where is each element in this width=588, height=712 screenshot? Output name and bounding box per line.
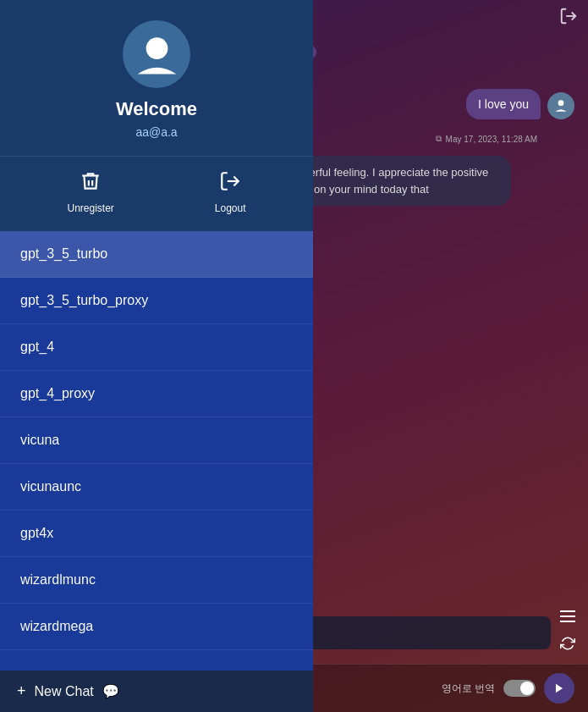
new-chat-overlay-label: New Chat <box>35 684 94 699</box>
model-option-wizardmega[interactable]: wizardmega <box>0 604 313 650</box>
svg-rect-4 <box>560 615 575 617</box>
profile-actions: Unregister Logout <box>0 156 313 231</box>
logout-icon <box>219 170 241 197</box>
profile-name: Welcome <box>116 98 197 120</box>
model-option-gpt4[interactable]: gpt_4 <box>0 324 313 371</box>
svg-marker-6 <box>556 684 563 693</box>
model-option-vicuna[interactable]: vicuna <box>0 417 313 464</box>
model-dropdown: gpt_3_5_turbo gpt_3_5_turbo_proxy gpt_4 … <box>0 231 313 671</box>
unregister-label: Unregister <box>67 202 113 214</box>
refresh-icon-btn[interactable] <box>558 633 578 657</box>
profile-overlay: Welcome aa@a.a Unregister <box>0 0 313 712</box>
profile-card: Welcome aa@a.a <box>0 0 313 156</box>
user-bubble-1: I love you <box>466 89 541 119</box>
new-chat-overlay-bubble-icon: 💬 <box>102 683 119 699</box>
user-avatar-1 <box>547 92 574 119</box>
toggle-knob <box>520 682 534 695</box>
model-option-gpt35turbo-proxy[interactable]: gpt_3_5_turbo_proxy <box>0 278 313 324</box>
svg-point-2 <box>558 100 564 106</box>
translate-toggle[interactable] <box>503 680 536 697</box>
svg-point-7 <box>146 37 168 59</box>
new-chat-overlay-button[interactable]: + New Chat 💬 <box>17 682 119 700</box>
svg-rect-3 <box>560 610 575 612</box>
translate-label: 영어로 번역 <box>442 682 495 696</box>
send-button[interactable] <box>544 673 574 704</box>
input-icon-group <box>558 608 578 657</box>
user-timestamp-1: ⧉ May 17, 2023, 11:28 AM <box>432 134 537 144</box>
unregister-icon <box>80 170 102 197</box>
profile-avatar <box>123 20 190 88</box>
model-option-wizardlmunc[interactable]: wizardlmunc <box>0 557 313 604</box>
copy-icon-2[interactable]: ⧉ <box>436 134 442 144</box>
svg-rect-5 <box>560 621 575 622</box>
model-option-gpt4-proxy[interactable]: gpt_4_proxy <box>0 371 313 417</box>
menu-icon-btn[interactable] <box>558 608 578 628</box>
logout-header-button[interactable] <box>559 7 578 30</box>
profile-email: aa@a.a <box>135 125 177 139</box>
model-option-gpt35turbo[interactable]: gpt_3_5_turbo <box>0 231 313 278</box>
unregister-button[interactable]: Unregister <box>67 170 113 214</box>
logout-button[interactable]: Logout <box>215 170 246 214</box>
model-option-vicunaunc[interactable]: vicunaunc <box>0 464 313 511</box>
overlay-bottom-bar: + New Chat 💬 <box>0 671 313 712</box>
plus-overlay-icon: + <box>17 682 26 700</box>
logout-label: Logout <box>215 202 246 214</box>
model-option-gpt4x[interactable]: gpt4x <box>0 511 313 557</box>
